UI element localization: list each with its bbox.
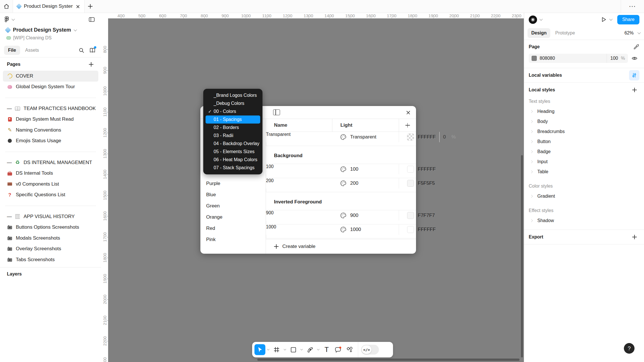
style-item[interactable]: Body xyxy=(524,116,644,126)
page-row[interactable]: Overlay Screenshots xyxy=(3,244,98,255)
add-page-button[interactable] xyxy=(86,59,96,69)
color-swatch[interactable] xyxy=(407,134,414,140)
horizontal-ruler[interactable]: 400 500 600 700 800 900 1000 110 xyxy=(101,13,524,18)
page-row[interactable]: — ♻ DS INTERNAL MANAGEMENT xyxy=(3,157,98,168)
page-row[interactable]: Buttons Options Screenshots xyxy=(3,222,98,233)
page-row[interactable]: — APP VISUAL HISTORY xyxy=(3,211,98,222)
page-row[interactable]: Global Design System Tour xyxy=(3,82,98,93)
color-swatch[interactable] xyxy=(407,180,414,187)
pen-tool-chevron[interactable] xyxy=(316,344,321,355)
page-row[interactable]: DS Internal Tools xyxy=(3,168,98,179)
style-item[interactable]: Shadow xyxy=(524,215,644,226)
page-color-input[interactable]: 808080 100 % xyxy=(529,54,628,63)
chevron-right-icon[interactable] xyxy=(530,160,533,163)
home-button[interactable] xyxy=(0,0,13,13)
style-item[interactable]: Badge xyxy=(524,147,644,157)
help-button[interactable]: ? xyxy=(624,343,635,354)
add-style-button[interactable] xyxy=(630,85,639,95)
dropdown-item[interactable]: ✓ 00 - Colors xyxy=(203,107,262,115)
style-item[interactable]: Input xyxy=(524,157,644,167)
color-swatch[interactable] xyxy=(407,166,414,173)
open-variables-button[interactable] xyxy=(629,70,639,80)
page-row[interactable]: v0 Components List xyxy=(3,179,98,190)
chevron-right-icon[interactable] xyxy=(530,150,533,153)
actions-tool-button[interactable] xyxy=(344,344,355,355)
group-item[interactable]: Orange xyxy=(203,211,263,223)
comment-tool-button[interactable] xyxy=(333,344,344,355)
present-play-icon[interactable] xyxy=(601,16,607,23)
page-color-hex[interactable]: 808080 xyxy=(540,56,604,61)
variable-row[interactable]: 1000 1000 xyxy=(266,224,416,238)
variable-row[interactable]: 200 200 xyxy=(266,178,416,192)
frame-tool-button[interactable] xyxy=(271,344,282,355)
chevron-down-icon[interactable] xyxy=(12,17,15,20)
horizontal-scrollbar[interactable] xyxy=(257,359,520,361)
dropdown-item[interactable]: _Brand Logos Colors xyxy=(203,91,262,99)
dropdown-item[interactable]: 07 - Stack Spacings xyxy=(203,164,262,172)
page-row[interactable]: Tabs Screenshots xyxy=(3,254,98,265)
variable-value-cell[interactable]: FFFFFF xyxy=(399,224,416,235)
group-item[interactable]: Green xyxy=(203,200,263,211)
page-row[interactable]: COVER xyxy=(3,71,98,82)
variable-row[interactable]: Transparent Transparent xyxy=(266,132,416,146)
dev-mode-toggle[interactable]: </> xyxy=(361,345,379,355)
close-modal-icon[interactable] xyxy=(406,110,411,115)
variable-value-cell[interactable]: FFFFFF xyxy=(399,164,416,174)
styles-icon[interactable] xyxy=(633,44,639,50)
overflow-menu-button[interactable]: ⋯ xyxy=(621,0,644,13)
group-item[interactable]: Pink xyxy=(203,234,263,245)
tab-prototype[interactable]: Prototype xyxy=(551,28,578,38)
avatar[interactable] xyxy=(529,16,537,24)
share-button[interactable]: Share xyxy=(617,15,639,24)
present-chevron-icon[interactable] xyxy=(610,17,613,20)
shape-tool-chevron[interactable] xyxy=(299,344,304,355)
toggle-sidebar-icon[interactable] xyxy=(273,109,280,115)
page-row[interactable] xyxy=(3,146,98,157)
shape-tool-button[interactable] xyxy=(288,344,299,355)
variable-value-cell[interactable]: F5F5F5 xyxy=(399,178,416,188)
page-row[interactable] xyxy=(3,200,98,211)
add-mode-button[interactable] xyxy=(399,119,416,132)
new-tab-button[interactable] xyxy=(85,0,96,13)
chevron-right-icon[interactable] xyxy=(530,195,533,198)
figma-menu-button[interactable] xyxy=(5,16,9,23)
group-item[interactable]: Blue xyxy=(203,189,263,200)
move-tool-chevron[interactable] xyxy=(266,344,271,355)
avatar-chevron-icon[interactable] xyxy=(539,17,543,20)
page-row[interactable]: ✎ Naming Conventions xyxy=(3,125,98,136)
tab-design[interactable]: Design xyxy=(528,28,550,38)
pen-tool-button[interactable] xyxy=(304,344,315,355)
libraries-button[interactable] xyxy=(87,45,97,55)
create-variable-button[interactable]: Create variable xyxy=(266,239,416,254)
variable-value-cell[interactable]: F7F7F7 xyxy=(399,210,416,221)
chevron-right-icon[interactable] xyxy=(530,110,533,113)
chevron-right-icon[interactable] xyxy=(530,170,533,173)
variable-row[interactable]: Background Background xyxy=(266,148,416,164)
variable-row[interactable]: 100 100 xyxy=(266,164,416,178)
page-opacity-input[interactable]: 100 % xyxy=(607,54,625,63)
chevron-right-icon[interactable] xyxy=(530,219,533,222)
zoom-chevron-icon[interactable] xyxy=(637,31,641,34)
chevron-right-icon[interactable] xyxy=(530,140,533,143)
color-swatch[interactable] xyxy=(407,212,414,219)
page-row[interactable]: Modals Screenshots xyxy=(3,233,98,244)
color-swatch[interactable] xyxy=(407,226,414,233)
page-row[interactable] xyxy=(3,92,98,103)
style-item[interactable]: Heading xyxy=(524,106,644,116)
file-tab[interactable]: Product Design System xyxy=(13,0,85,13)
group-item[interactable]: Red xyxy=(203,223,263,234)
chevron-right-icon[interactable] xyxy=(530,120,533,123)
tab-file[interactable]: File xyxy=(4,46,20,55)
file-name-chevron-icon[interactable] xyxy=(74,28,77,31)
dropdown-item[interactable]: 05 - Elements Sizes xyxy=(203,148,262,156)
dropdown-item[interactable]: 06 - Heat Map Colors xyxy=(203,156,262,164)
move-tool-button[interactable] xyxy=(254,344,265,355)
style-item[interactable]: Gradient xyxy=(524,191,644,201)
dropdown-item[interactable]: _Debug Colors xyxy=(203,99,262,107)
dropdown-item[interactable]: 03 - Radii xyxy=(203,132,262,140)
page-row[interactable]: ? Specific Questions List xyxy=(3,190,98,201)
page-row[interactable]: Emojis Status Usage xyxy=(3,136,98,147)
page-color-visibility-button[interactable] xyxy=(630,53,639,63)
dropdown-item[interactable]: 04 - Backdrop Overlay xyxy=(203,140,262,148)
frame-tool-chevron[interactable] xyxy=(283,344,287,355)
